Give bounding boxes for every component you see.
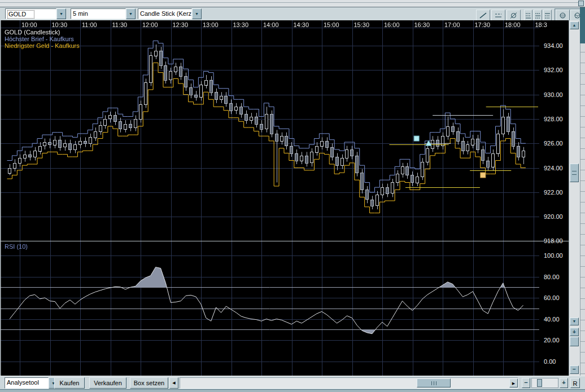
- vertical-zoom-thumb[interactable]: [570, 337, 579, 346]
- price-tick-label: 0.00: [544, 358, 556, 365]
- pattern-circle-1-button[interactable]: [556, 10, 570, 21]
- grid-style-1-button[interactable]: [524, 10, 532, 21]
- horizontal-zoom-out-button[interactable]: −: [522, 378, 530, 388]
- empty-set-icon: [509, 12, 518, 19]
- horizontal-zoom-in-button[interactable]: +: [560, 378, 568, 388]
- time-tick-label: 13:00: [203, 21, 219, 28]
- bottom-toolbar: Analysetool ▼ Kaufen Verkaufen Box setze…: [0, 376, 585, 390]
- horizontal-scrollbar-thumb[interactable]: [417, 378, 451, 387]
- time-axis: 10:0010:3011:0011:3012:0012:3013:0013:30…: [0, 20, 539, 28]
- verkaufen-button[interactable]: Verkaufen: [89, 377, 126, 389]
- status-strip: [0, 389, 585, 392]
- price-tick-label: 922.00: [544, 189, 563, 196]
- price-chart-canvas[interactable]: [0, 20, 539, 376]
- grid-style-2-button[interactable]: [534, 10, 542, 21]
- vertical-scrollbar-thumb[interactable]: [570, 164, 579, 182]
- price-tick-label: 920.00: [544, 213, 563, 220]
- chart-area: 10:0010:3011:0011:3012:0012:3013:0013:30…: [0, 20, 585, 376]
- legend-ask-line: Höchster Brief - Kaufkurs: [5, 36, 80, 42]
- legend-title: GOLD (Candlestick): [5, 29, 80, 36]
- price-tick-label: 928.00: [544, 116, 563, 122]
- price-tick-label: 100.00: [544, 252, 563, 259]
- time-tick-label: 18:3: [535, 21, 547, 28]
- time-tick-label: 16:00: [384, 21, 400, 28]
- time-tick-label: 15:30: [354, 21, 370, 28]
- time-tick-label: 15:00: [324, 21, 339, 28]
- reset-button[interactable]: R: [570, 378, 580, 388]
- right-edge-block: [580, 7, 585, 43]
- time-tick-label: 17:00: [444, 21, 460, 28]
- time-tick-label: 11:30: [112, 21, 128, 28]
- price-tick-label: 40.00: [544, 316, 560, 323]
- panel-divider[interactable]: [0, 241, 569, 241]
- price-tick-label: 930.00: [544, 91, 563, 98]
- vertical-zoom-in-button[interactable]: +: [570, 328, 579, 336]
- pattern-circle-1-icon: [558, 12, 567, 19]
- analysetool-combo[interactable]: Analysetool ▼: [5, 377, 58, 389]
- empty-set-button[interactable]: [507, 10, 521, 21]
- vertical-zoom-out-button[interactable]: −: [570, 365, 579, 374]
- thumb-grip: [431, 381, 436, 385]
- charttype-combo-value[interactable]: Candle Stick (Kerze: [138, 8, 192, 19]
- grid-style-1-icon: [525, 12, 531, 19]
- time-tick-label: 12:30: [173, 21, 189, 28]
- grid-style-3-button[interactable]: [543, 10, 552, 21]
- price-tick-label: 934.00: [544, 42, 563, 49]
- vertical-scrollbar[interactable]: ▲ ▼ + −: [569, 20, 580, 376]
- price-tick-label: 932.00: [544, 67, 563, 73]
- trendline-button[interactable]: [476, 10, 490, 21]
- chart-legend: GOLD (Candlestick) Höchster Brief - Kauf…: [5, 29, 80, 49]
- chevron-down-icon[interactable]: ▼: [56, 8, 66, 19]
- charttype-combo[interactable]: Candle Stick (Kerze ▼: [138, 8, 202, 19]
- kaufen-button[interactable]: Kaufen: [54, 377, 85, 389]
- symbol-combo-value[interactable]: GOLD: [5, 8, 56, 19]
- dashed-lines-icon: [494, 12, 503, 19]
- time-tick-label: 16:30: [414, 21, 430, 28]
- time-tick-label: 12:00: [142, 21, 158, 28]
- window-top-edge: [0, 0, 585, 7]
- window-corner-button[interactable]: [578, 1, 584, 6]
- dashed-lines-button[interactable]: [491, 10, 505, 21]
- price-tick-label: 80.00: [544, 274, 560, 280]
- window-edge-line: [0, 2, 582, 3]
- time-tick-label: 14:00: [263, 21, 279, 28]
- scroll-up-icon[interactable]: ▲: [570, 21, 579, 29]
- horizontal-scrollbar[interactable]: ▶: [180, 377, 518, 389]
- grid-style-2-icon: [535, 12, 541, 19]
- scroll-down-icon[interactable]: ▼: [570, 318, 579, 325]
- price-tick-label: 60.00: [544, 294, 560, 301]
- thumb-grip: [572, 171, 577, 175]
- price-tick-label: 20.00: [544, 337, 560, 343]
- legend-bid-line: Niedrigster Geld - Kaufkurs: [5, 42, 80, 49]
- trendline-icon: [479, 12, 487, 19]
- grid-style-3-icon: [544, 12, 551, 19]
- box-setzen-button[interactable]: Box setzen: [130, 377, 168, 389]
- trading-app-window: GOLD ▼ 5 min ▼ Candle Stick (Kerze ▼ 10:…: [0, 0, 585, 392]
- chevron-down-icon[interactable]: ▼: [192, 8, 202, 19]
- chevron-down-icon[interactable]: ▼: [126, 8, 136, 19]
- grid-style-group: [524, 10, 552, 21]
- scroll-right-icon[interactable]: ▶: [509, 378, 518, 387]
- time-tick-label: 17:30: [475, 21, 491, 28]
- scroll-left-icon[interactable]: ◀: [169, 377, 178, 389]
- time-tick-label: 13:30: [233, 21, 249, 28]
- rsi-indicator-label: RSI (10): [5, 243, 28, 250]
- symbol-combo[interactable]: GOLD ▼: [5, 8, 66, 19]
- symbol-combo-text: GOLD: [7, 10, 34, 19]
- interval-combo[interactable]: 5 min ▼: [71, 8, 136, 19]
- right-edge-strip: [580, 20, 585, 376]
- price-tick-label: 926.00: [544, 140, 563, 147]
- time-tick-label: 10:00: [21, 21, 37, 28]
- time-tick-label: 14:30: [294, 21, 309, 28]
- time-tick-label: 10:30: [52, 21, 68, 28]
- price-tick-label: 924.00: [544, 165, 563, 171]
- time-tick-label: 18:00: [505, 21, 521, 28]
- analysetool-combo-value[interactable]: Analysetool: [5, 377, 49, 389]
- main-toolbar: GOLD ▼ 5 min ▼ Candle Stick (Kerze ▼: [0, 7, 585, 21]
- horizontal-zoom-track[interactable]: [531, 378, 558, 388]
- time-tick-label: 11:00: [82, 21, 97, 28]
- horizontal-zoom-thumb[interactable]: [537, 379, 542, 387]
- interval-combo-value[interactable]: 5 min: [71, 8, 126, 19]
